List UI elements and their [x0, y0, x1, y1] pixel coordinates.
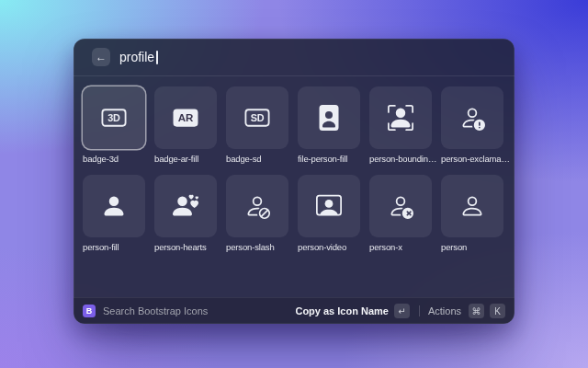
icon-tile-person-video[interactable]: [298, 175, 360, 237]
icon-cell: person-hearts: [154, 175, 217, 252]
person-x-icon: [388, 193, 413, 219]
icon-cell: SD badge-sd: [226, 86, 288, 164]
icon-cell: person-x: [369, 175, 432, 252]
person-hearts-icon: [173, 193, 198, 219]
enter-key-icon: ↵: [394, 304, 410, 318]
person-icon: [459, 193, 485, 219]
copy-as-icon-name-button[interactable]: Copy as Icon Name: [295, 305, 388, 316]
person-slash-icon: [244, 193, 270, 219]
icon-cell: file-person-fill: [298, 86, 360, 164]
icon-label: person-fill: [83, 242, 153, 252]
status-bar: B Search Bootstrap Icons Copy as Icon Na…: [74, 297, 514, 324]
icon-grid: 3D badge-3d AR badge-ar-fill SD badge-sd…: [74, 76, 514, 252]
icon-tile-person-bounding-box[interactable]: [369, 86, 432, 149]
icon-label: person-slash: [226, 242, 296, 252]
icon-tile-person-x[interactable]: [369, 175, 432, 237]
file-person-fill-icon: [316, 105, 342, 131]
badge-sd-icon: SD: [244, 105, 270, 131]
badge-3d-icon: 3D: [101, 105, 127, 131]
bootstrap-logo-icon: B: [83, 305, 96, 317]
icon-tile-badge-3d[interactable]: 3D: [83, 86, 145, 149]
icon-cell: person: [441, 175, 503, 252]
icon-tile-person-slash[interactable]: [226, 175, 288, 237]
footer-divider: [419, 305, 420, 316]
icon-label: person-hearts: [154, 242, 224, 252]
icon-tile-person[interactable]: [441, 175, 503, 237]
icon-cell: person-fill: [83, 175, 145, 252]
actions-button[interactable]: Actions: [428, 305, 461, 316]
search-input[interactable]: profile: [119, 50, 158, 64]
icon-cell: person-slash: [226, 175, 288, 252]
person-video-icon: [316, 193, 342, 219]
icon-cell: AR badge-ar-fill: [154, 86, 217, 164]
cmd-key-icon: ⌘: [469, 304, 484, 318]
person-bounding-box-icon: [388, 105, 413, 131]
icon-label: person-x: [369, 242, 439, 252]
icon-label: badge-sd: [226, 154, 296, 164]
person-exclamation-icon: [459, 105, 485, 131]
person-fill-icon: [101, 193, 127, 219]
search-bar: ← profile: [74, 39, 514, 75]
icon-tile-person-fill[interactable]: [83, 175, 145, 237]
icon-label: person-exclamation: [441, 154, 511, 164]
icon-label: person-video: [298, 242, 368, 252]
icon-cell: person-exclamation: [441, 86, 503, 164]
desktop-background: ← profile 3D badge-3d AR badge-ar-fill S…: [0, 0, 588, 368]
text-cursor: [156, 51, 158, 64]
svg-text:AR: AR: [178, 112, 194, 123]
icon-tile-person-exclamation[interactable]: [441, 86, 503, 149]
search-query-text: profile: [119, 50, 154, 64]
svg-text:SD: SD: [251, 112, 265, 123]
icon-tile-badge-ar-fill[interactable]: AR: [154, 86, 217, 149]
icon-label: file-person-fill: [298, 154, 368, 164]
icon-cell: person-video: [298, 175, 360, 252]
k-key-icon: K: [490, 304, 505, 318]
icon-cell: person-bounding-box: [369, 86, 432, 164]
icon-label: badge-3d: [83, 154, 153, 164]
badge-ar-fill-icon: AR: [173, 105, 198, 131]
icon-label: person-bounding-box: [369, 154, 439, 164]
icon-tile-badge-sd[interactable]: SD: [226, 86, 288, 149]
svg-text:3D: 3D: [107, 112, 120, 123]
extension-name: Search Bootstrap Icons: [103, 305, 208, 316]
icon-tile-person-hearts[interactable]: [154, 175, 217, 237]
icon-label: person: [441, 242, 511, 252]
icon-tile-file-person-fill[interactable]: [298, 86, 360, 149]
icon-search-window: ← profile 3D badge-3d AR badge-ar-fill S…: [74, 39, 514, 324]
footer-actions: Copy as Icon Name ↵ Actions ⌘ K: [295, 304, 505, 318]
icon-cell: 3D badge-3d: [83, 86, 145, 164]
back-button[interactable]: ←: [92, 48, 110, 66]
icon-label: badge-ar-fill: [154, 154, 224, 164]
back-arrow-icon: ←: [96, 48, 107, 66]
